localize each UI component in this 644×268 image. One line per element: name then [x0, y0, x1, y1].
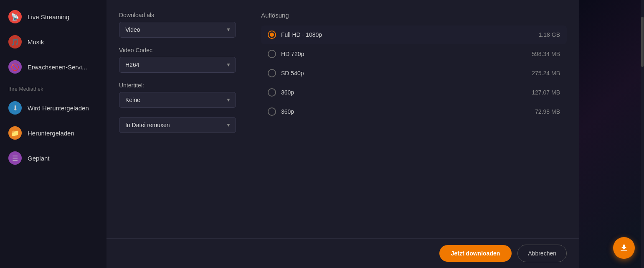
sidebar-label-musik: Musik [28, 38, 44, 46]
resolution-left-360p-1: 360p [268, 88, 294, 97]
mediathek-section-label: Ihre Mediathek [0, 79, 106, 95]
resolution-left-540p: SD 540p [268, 69, 304, 77]
svg-rect-0 [621, 250, 627, 251]
resolution-size-540p: 275.24 MB [532, 70, 560, 77]
resolution-title: Auflösung [261, 12, 567, 19]
resolution-size-360p-1: 127.07 MB [532, 89, 560, 96]
jetzt-downloaden-button[interactable]: Jetzt downloaden [439, 245, 512, 262]
resolution-left-360p-2: 360p [268, 107, 294, 116]
radio-360p-2[interactable] [268, 107, 276, 116]
resolution-name-1080p: Full HD - 1080p [281, 31, 322, 38]
floating-download-button[interactable] [613, 237, 635, 259]
live-streaming-icon: 📡 [8, 10, 22, 23]
resolution-size-720p: 598.34 MB [532, 51, 560, 57]
resolution-name-360p-2: 360p [281, 108, 294, 115]
radio-360p-1[interactable] [268, 88, 276, 97]
sidebar: 📡 Live Streaming 🎵 Musik 🚫 Erwachsenen-S… [0, 0, 106, 268]
download-icon [619, 243, 629, 253]
untertitel-group: Untertitel: Keine Englisch Deutsch ▼ [119, 82, 244, 108]
resolution-item-1080p[interactable]: Full HD - 1080p 1.18 GB [261, 26, 567, 44]
sidebar-label-wird-heruntergeladen: Wird Heruntergeladen [28, 105, 89, 112]
remux-wrapper: In Datei remuxen Kein Remux ▼ [119, 117, 236, 133]
download-als-group: Download als Video Audio MP3 ▼ [119, 12, 244, 38]
bottom-bar: Jetzt downloaden Abbrechen [106, 239, 579, 268]
video-background [579, 0, 644, 268]
sidebar-label-live-streaming: Live Streaming [28, 13, 69, 20]
sidebar-item-live-streaming[interactable]: 📡 Live Streaming [0, 4, 106, 29]
form-section: Download als Video Audio MP3 ▼ Video Cod… [119, 12, 244, 230]
radio-720p[interactable] [268, 50, 276, 58]
abbrechen-button[interactable]: Abbrechen [517, 245, 567, 262]
video-codec-group: Video Codec H264 H265 VP9 ▼ [119, 47, 244, 73]
video-codec-label: Video Codec [119, 47, 244, 54]
video-codec-select[interactable]: H264 H265 VP9 [119, 57, 236, 73]
resolution-list: Full HD - 1080p 1.18 GB HD 720p 598.34 M… [261, 26, 567, 121]
resolution-item-720p[interactable]: HD 720p 598.34 MB [261, 45, 567, 63]
untertitel-wrapper: Keine Englisch Deutsch ▼ [119, 92, 236, 108]
erwachsenen-icon: 🚫 [8, 60, 22, 74]
resolution-item-540p[interactable]: SD 540p 275.24 MB [261, 64, 567, 82]
resolution-size-360p-2: 72.98 MB [535, 108, 560, 115]
musik-icon: 🎵 [8, 35, 22, 48]
untertitel-select[interactable]: Keine Englisch Deutsch [119, 92, 236, 108]
resolution-item-360p-1[interactable]: 360p 127.07 MB [261, 83, 567, 102]
resolution-name-720p: HD 720p [281, 51, 304, 57]
download-als-wrapper: Video Audio MP3 ▼ [119, 22, 236, 38]
sidebar-item-wird-heruntergeladen[interactable]: ⬇ Wird Heruntergeladen [0, 95, 106, 120]
video-codec-wrapper: H264 H265 VP9 ▼ [119, 57, 236, 73]
download-als-select[interactable]: Video Audio MP3 [119, 22, 236, 38]
remux-group: In Datei remuxen Kein Remux ▼ [119, 117, 244, 133]
scrollbar-thumb[interactable] [641, 17, 644, 67]
sidebar-item-erwachsenen[interactable]: 🚫 Erwachsenen-Servi... [0, 54, 106, 79]
sidebar-item-geplant[interactable]: ☰ Geplant [0, 145, 106, 171]
download-als-label: Download als [119, 12, 244, 18]
sidebar-item-musik[interactable]: 🎵 Musik [0, 29, 106, 54]
right-panel [579, 0, 644, 268]
sidebar-label-erwachsenen: Erwachsenen-Servi... [28, 64, 87, 71]
radio-1080p[interactable] [268, 31, 276, 39]
main-content: Download als Video Audio MP3 ▼ Video Cod… [106, 0, 579, 268]
content-panel: Download als Video Audio MP3 ▼ Video Cod… [106, 0, 579, 238]
untertitel-label: Untertitel: [119, 82, 244, 89]
resolution-item-360p-2[interactable]: 360p 72.98 MB [261, 102, 567, 121]
remux-select[interactable]: In Datei remuxen Kein Remux [119, 117, 236, 133]
resolution-left-720p: HD 720p [268, 50, 304, 58]
sidebar-label-geplant: Geplant [28, 155, 50, 162]
geplant-icon: ☰ [8, 151, 22, 165]
resolution-name-540p: SD 540p [281, 70, 304, 77]
sidebar-label-heruntergeladen: Heruntergeladen [28, 130, 74, 137]
resolution-left-1080p: Full HD - 1080p [268, 31, 322, 39]
scrollbar[interactable] [641, 0, 644, 268]
wird-heruntergeladen-icon: ⬇ [8, 101, 22, 115]
resolution-name-360p-1: 360p [281, 89, 294, 96]
heruntergeladen-icon: 📁 [8, 126, 22, 140]
sidebar-item-heruntergeladen[interactable]: 📁 Heruntergeladen [0, 120, 106, 145]
radio-540p[interactable] [268, 69, 276, 77]
resolution-size-1080p: 1.18 GB [539, 31, 560, 38]
resolution-section: Auflösung Full HD - 1080p 1.18 GB HD 720… [261, 12, 567, 230]
